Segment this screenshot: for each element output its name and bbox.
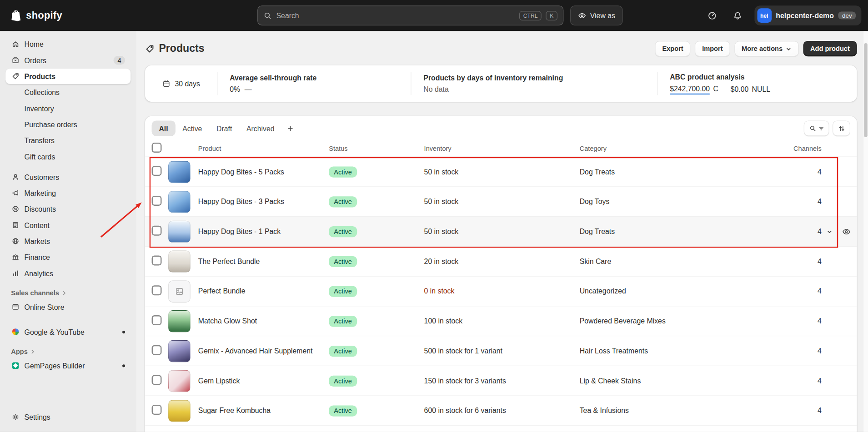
- product-thumbnail: [168, 370, 191, 392]
- product-title[interactable]: Gem Lipstick: [198, 377, 329, 385]
- gempages-icon: [11, 362, 20, 369]
- sidebar-item-collections[interactable]: Collections: [5, 84, 130, 100]
- table-row[interactable]: Gem Lipstick Active 150 in stock for 3 v…: [145, 366, 857, 396]
- product-title[interactable]: The Perfect Bundle: [198, 257, 329, 265]
- row-checkbox[interactable]: [152, 375, 162, 385]
- tab-active[interactable]: Active: [175, 120, 209, 136]
- table-row[interactable]: Matcha Glow Shot Active 100 in stock Pow…: [145, 306, 857, 336]
- sidebar-item-google-youtube[interactable]: Google & YouTube: [5, 324, 130, 339]
- sidebar-item-finance[interactable]: Finance: [5, 249, 130, 265]
- product-thumbnail: [168, 161, 191, 183]
- row-checkbox[interactable]: [152, 315, 162, 325]
- sidebar-item-gempages-builder[interactable]: GemPages Builder: [5, 358, 130, 373]
- select-all-checkbox[interactable]: [152, 143, 162, 153]
- notifications-bell-icon[interactable]: [729, 7, 747, 25]
- tab-archived[interactable]: Archived: [239, 120, 281, 136]
- sort-button[interactable]: [833, 120, 850, 136]
- row-checkbox[interactable]: [152, 255, 162, 265]
- image-placeholder-icon: [175, 287, 184, 295]
- more-actions-button[interactable]: More actions: [734, 41, 798, 56]
- table-row[interactable]: Happy Dog Bites - 3 Packs Active 50 in s…: [145, 187, 857, 217]
- sidebar-item-label: Analytics: [25, 269, 53, 277]
- row-checkbox[interactable]: [152, 285, 162, 295]
- sidebar-item-settings[interactable]: Settings: [5, 409, 130, 425]
- sidebar-item-purchase-orders[interactable]: Purchase orders: [5, 117, 130, 132]
- metric-sell-through[interactable]: Average sell-through rate 0%—: [217, 65, 411, 102]
- row-checkbox[interactable]: [152, 405, 162, 415]
- column-header-product[interactable]: Product: [198, 144, 329, 152]
- shopify-logo[interactable]: shopify: [11, 0, 62, 31]
- sidebar-item-transfers[interactable]: Transfers: [5, 133, 130, 148]
- table-row[interactable]: Happy Dog Bites - 1 Pack Active 50 in st…: [145, 217, 857, 247]
- export-button[interactable]: Export: [655, 41, 691, 56]
- category-cell: Lip & Cheek Stains: [580, 377, 779, 385]
- column-header-channels[interactable]: Channels: [779, 144, 850, 152]
- product-title[interactable]: Matcha Glow Shot: [198, 317, 329, 325]
- column-header-category[interactable]: Category: [580, 144, 779, 152]
- sidebar-item-analytics[interactable]: Analytics: [5, 265, 130, 281]
- date-range-label: 30 days: [175, 79, 200, 88]
- date-range-button[interactable]: 30 days: [145, 65, 217, 102]
- sidebar-item-discounts[interactable]: Discounts: [5, 201, 130, 217]
- page-scrollbar[interactable]: [863, 31, 868, 432]
- table-header-row: Product Status Inventory Category Channe…: [145, 140, 857, 157]
- tab-draft[interactable]: Draft: [209, 120, 239, 136]
- chevron-right-icon: [30, 349, 35, 354]
- search-filter-button[interactable]: [804, 120, 829, 136]
- topbar: shopify Search CTRL K View as hel helpce…: [0, 0, 868, 31]
- channels-cell: 4: [779, 407, 850, 415]
- column-header-status[interactable]: Status: [329, 144, 424, 152]
- table-row[interactable]: Perfect Bundle Active 0 in stock Uncateg…: [145, 277, 857, 307]
- import-button[interactable]: Import: [695, 41, 730, 56]
- product-title[interactable]: Happy Dog Bites - 3 Packs: [198, 198, 329, 206]
- product-title[interactable]: Happy Dog Bites - 5 Packs: [198, 168, 329, 176]
- discounts-icon: [11, 205, 20, 213]
- sidebar-item-customers[interactable]: Customers: [5, 169, 130, 185]
- metric-days-of-inventory[interactable]: Products by days of inventory remaining …: [411, 65, 657, 102]
- inventory-cell: 20 in stock: [424, 257, 580, 265]
- sidebar-item-gift-cards[interactable]: Gift cards: [5, 149, 130, 164]
- sidebar-item-online-store[interactable]: Online Store: [5, 299, 130, 315]
- sidebar-item-label: Products: [25, 72, 56, 80]
- shopify-bag-icon: [11, 10, 22, 22]
- table-row[interactable]: The Perfect Bundle Active 20 in stock Sk…: [145, 247, 857, 277]
- sidebar-item-orders[interactable]: Orders 4: [5, 53, 130, 68]
- row-checkbox[interactable]: [152, 196, 162, 206]
- add-view-button[interactable]: [283, 120, 298, 136]
- apps-section-header[interactable]: Apps: [11, 348, 125, 356]
- column-header-inventory[interactable]: Inventory: [424, 144, 580, 152]
- preview-eye-icon[interactable]: [839, 224, 854, 239]
- sidebar-item-markets[interactable]: Markets: [5, 233, 130, 249]
- product-title[interactable]: Happy Dog Bites - 1 Pack: [198, 227, 329, 235]
- product-title[interactable]: Perfect Bundle: [198, 287, 329, 295]
- table-row[interactable]: Sugar Free Kombucha Active 600 in stock …: [145, 396, 857, 426]
- row-checkbox[interactable]: [152, 226, 162, 236]
- row-checkbox[interactable]: [152, 345, 162, 355]
- sidebar-item-home[interactable]: Home: [5, 36, 130, 52]
- sidebar-item-inventory[interactable]: Inventory: [5, 101, 130, 116]
- scrollbar-thumb[interactable]: [864, 43, 867, 137]
- row-checkbox[interactable]: [152, 166, 162, 176]
- sidebar-item-label: Home: [25, 40, 44, 48]
- metric-abc-analysis[interactable]: ABC product analysis $242,700.00C $0.00N…: [657, 65, 857, 102]
- table-row[interactable]: Gemix - Advanced Hair Supplement Active …: [145, 336, 857, 366]
- eye-icon: [578, 11, 586, 20]
- category-cell: Hair Loss Treatments: [580, 347, 779, 355]
- status-dot: [122, 364, 125, 367]
- sidebar-item-products[interactable]: Products: [5, 69, 130, 84]
- table-row[interactable]: Happy Dog Bites - 5 Packs Active 50 in s…: [145, 157, 857, 187]
- product-title[interactable]: Sugar Free Kombucha: [198, 407, 329, 415]
- tab-all[interactable]: All: [152, 120, 176, 136]
- gauge-icon[interactable]: [703, 7, 721, 25]
- sidebar-item-content[interactable]: Content: [5, 217, 130, 233]
- user-menu[interactable]: hel helpcenter-demo dev: [754, 5, 862, 25]
- sidebar-item-marketing[interactable]: Marketing: [5, 185, 130, 201]
- metrics-card: 30 days Average sell-through rate 0%— Pr…: [145, 65, 857, 102]
- view-as-button[interactable]: View as: [570, 5, 623, 25]
- sales-channels-section-header[interactable]: Sales channels: [11, 289, 125, 297]
- product-title[interactable]: Gemix - Advanced Hair Supplement: [198, 347, 329, 355]
- category-cell: Tea & Infusions: [580, 407, 779, 415]
- add-product-button[interactable]: Add product: [803, 41, 857, 56]
- global-search-input[interactable]: Search CTRL K: [257, 5, 563, 25]
- settings-gear-icon: [11, 413, 20, 421]
